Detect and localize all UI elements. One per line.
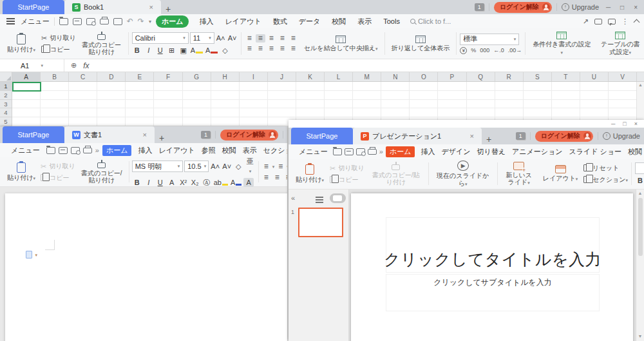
logout-button[interactable]: ログイン解除: [535, 131, 593, 142]
align-center-icon[interactable]: ≡: [256, 44, 265, 53]
upgrade-button[interactable]: ↑Upgrade: [562, 3, 599, 11]
print-preview-icon[interactable]: [86, 18, 95, 25]
notification-badge[interactable]: 1: [516, 132, 526, 140]
menu-button[interactable]: メニュー: [21, 17, 50, 26]
close-tab-icon[interactable]: ×: [461, 132, 474, 140]
column-header[interactable]: V: [609, 72, 637, 81]
column-header[interactable]: P: [438, 72, 466, 81]
logout-button[interactable]: ログイン解除: [220, 130, 278, 141]
numbered-list-icon[interactable]: ≡: [276, 162, 285, 171]
ribbon-tab-home[interactable]: ホーム: [386, 146, 415, 157]
fill-color-button[interactable]: ▣: [178, 46, 189, 55]
restore-button[interactable]: □: [618, 4, 627, 11]
ribbon-tab[interactable]: 挿入: [417, 146, 438, 158]
ribbon-tab-home[interactable]: ホーム: [156, 15, 189, 28]
vertical-scrollbar[interactable]: ▲ ▼: [636, 190, 644, 341]
ribbon-tab[interactable]: レイアウト: [155, 144, 198, 157]
ribbon-tab[interactable]: スライド ショー: [566, 146, 625, 158]
formula-input[interactable]: [96, 59, 644, 72]
menu-icon[interactable]: [6, 21, 15, 22]
export-icon[interactable]: [113, 18, 122, 25]
align-bottom-icon[interactable]: ≡: [267, 34, 276, 43]
column-header[interactable]: E: [126, 72, 154, 81]
open-icon[interactable]: [59, 18, 68, 25]
column-header[interactable]: A: [12, 72, 41, 81]
table-format-button[interactable]: テーブルの書式設定▾: [597, 30, 643, 57]
subscript-button[interactable]: X₂: [190, 178, 200, 187]
ribbon-tab[interactable]: レイアウト: [219, 15, 267, 28]
open-icon[interactable]: [46, 147, 55, 154]
ribbon-tab[interactable]: Tools: [377, 15, 406, 28]
char-border-button[interactable]: A: [167, 178, 177, 187]
column-header[interactable]: O: [410, 72, 438, 81]
minimize-button[interactable]: ─: [611, 121, 615, 127]
clear-format-button[interactable]: ◇: [220, 46, 230, 55]
tab-book1[interactable]: S Book1 ×: [64, 0, 161, 14]
column-header[interactable]: D: [97, 72, 126, 81]
ribbon-tab[interactable]: 数式: [267, 15, 293, 28]
notification-badge[interactable]: 1: [475, 3, 484, 11]
printer-icon[interactable]: [83, 148, 92, 153]
wrap-text-button[interactable]: 折り返して全体表示: [388, 30, 453, 57]
title-placeholder-box[interactable]: クリックしてタイトルを入力: [386, 217, 600, 273]
align-top-icon[interactable]: ≡: [245, 34, 254, 43]
paste-button[interactable]: 貼り付け▾: [292, 160, 327, 188]
align-center-icon[interactable]: ≡: [272, 173, 282, 182]
close-button[interactable]: ×: [634, 121, 638, 127]
play-from-current-button[interactable]: ▶現在のスライドから▾: [432, 160, 494, 188]
ribbon-tab[interactable]: デザイン: [438, 146, 473, 158]
currency-format-icon[interactable]: ¥: [460, 47, 467, 54]
row-header[interactable]: 1: [0, 82, 12, 91]
tab-presentation1[interactable]: P プレゼンテーション1 ×: [353, 128, 482, 144]
font-size-select[interactable]: 10.5▾: [184, 161, 209, 172]
decrease-decimal-icon[interactable]: ←.0: [493, 47, 504, 54]
format-painter-button[interactable]: 書式のコピー/貼り付け: [367, 160, 425, 188]
close-tab-icon[interactable]: ×: [134, 131, 147, 139]
phonetic-guide-button[interactable]: 亜▾: [245, 157, 255, 176]
ribbon-tab[interactable]: セクション: [260, 144, 287, 157]
column-header[interactable]: S: [524, 72, 552, 81]
cut-button[interactable]: ✂切り取り: [41, 34, 76, 43]
switch-view-icon[interactable]: [594, 19, 602, 24]
comment-icon[interactable]: [608, 19, 616, 24]
column-header[interactable]: K: [296, 72, 325, 81]
subtitle-placeholder-box[interactable]: クリックしてサブタイトルを入力: [386, 274, 600, 311]
column-header[interactable]: B: [41, 72, 69, 81]
menu-button[interactable]: メニュー: [11, 146, 40, 155]
font-name-select[interactable]: Calibri▾: [132, 32, 189, 44]
new-slide-button[interactable]: 新しいスライド▾: [501, 160, 537, 188]
column-header[interactable]: T: [552, 72, 580, 81]
conditional-format-button[interactable]: 条件付き書式の設定▾: [529, 30, 594, 57]
italic-button[interactable]: I: [144, 178, 154, 187]
printer-icon[interactable]: [368, 149, 377, 155]
quickbar-overflow[interactable]: »: [379, 148, 383, 155]
slide-canvas-area[interactable]: クリックしてタイトルを入力 クリックしてサブタイトルを入力 ▲ ▼: [349, 190, 644, 341]
column-header[interactable]: I: [240, 72, 268, 81]
print-preview-icon[interactable]: [356, 148, 365, 155]
ribbon-tab[interactable]: 切り替え: [473, 146, 509, 158]
search-box[interactable]: Click to f...: [410, 17, 451, 25]
borders-button[interactable]: ⊞: [167, 46, 177, 55]
insert-equation-icon[interactable]: ⊕: [71, 61, 77, 70]
ribbon-tab[interactable]: 表示: [352, 15, 377, 28]
underline-button[interactable]: U: [155, 178, 166, 187]
restore-button[interactable]: □: [623, 121, 626, 127]
printer-icon[interactable]: [100, 19, 109, 24]
name-box[interactable]: A1▾: [0, 59, 64, 72]
slide-thumbnail[interactable]: [298, 208, 343, 237]
font-color-button[interactable]: A: [230, 178, 242, 187]
bold-button[interactable]: B: [635, 176, 644, 185]
enclose-char-button[interactable]: Ⓐ: [202, 178, 212, 187]
tab-startpage[interactable]: StartPage: [291, 128, 353, 144]
notification-badge[interactable]: 1: [201, 131, 211, 139]
scrollbar-thumb[interactable]: [638, 198, 643, 256]
bold-button[interactable]: B: [132, 46, 142, 55]
align-right-icon[interactable]: ≡: [283, 173, 287, 182]
indent-decrease-icon[interactable]: ≡: [278, 34, 287, 43]
cut-button[interactable]: ✂切り取り: [330, 164, 365, 173]
paste-options-icon[interactable]: [26, 251, 32, 258]
tab-startpage[interactable]: StartPage: [3, 126, 64, 143]
copy-button[interactable]: コピー: [330, 175, 365, 184]
column-header[interactable]: N: [381, 72, 410, 81]
increase-decimal-icon[interactable]: .00→: [508, 47, 522, 54]
